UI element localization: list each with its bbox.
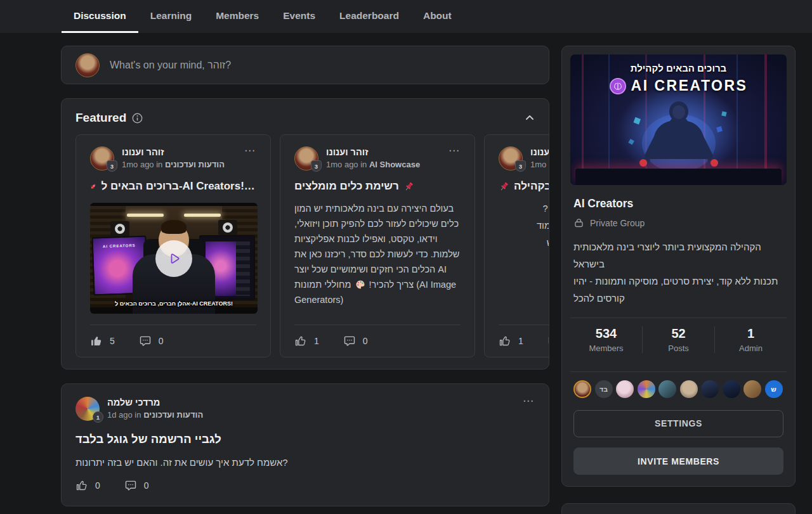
card-title-text: ברוכים הבאים ל-AI Creators! המדריך המלא … [101, 180, 256, 193]
pushpin-icon [499, 181, 509, 192]
level-badge: 3 [311, 160, 322, 172]
member-avatar[interactable] [743, 380, 761, 398]
group-banner[interactable]: ברוכים הבאים לקהילת AI CREATORS [570, 55, 787, 185]
comment-button[interactable]: 0 [124, 479, 149, 492]
member-avatar[interactable] [638, 380, 655, 398]
stat-value: 534 [570, 326, 642, 341]
author-avatar[interactable]: 3 [294, 146, 318, 170]
group-name: AI Creators [573, 197, 783, 210]
monitor-text: AI CREATORS [93, 243, 145, 249]
rocket-icon [90, 181, 96, 192]
lock-icon [573, 217, 584, 228]
like-button[interactable]: 0 [75, 479, 100, 492]
post-composer[interactable]: What's on your mind, זוהר? [61, 46, 549, 84]
author-info: מרדכי שלמה 1d ago in הודעות ועדכונים [107, 397, 203, 420]
invite-members-button[interactable]: INVITE MEMBERS [573, 447, 783, 475]
stat-posts[interactable]: 52 Posts [642, 326, 714, 353]
member-avatar-initials[interactable]: ש [765, 380, 783, 398]
body-text: בעולם היצירה עם בינה מלאכותית יש המון כל… [294, 203, 459, 290]
like-button[interactable]: 5 [90, 335, 115, 347]
comment-icon [547, 335, 549, 347]
featured-title: Featured [75, 111, 126, 125]
member-avatar[interactable] [723, 380, 740, 398]
member-avatar[interactable] [680, 380, 698, 398]
level-badge: 3 [515, 160, 526, 172]
featured-section: Featured 3 זוהר וענונו [61, 98, 549, 369]
more-menu-icon[interactable]: ⋯ [521, 397, 535, 406]
comment-button[interactable]: 0 [547, 335, 549, 347]
author-avatar[interactable]: 1 [75, 397, 100, 421]
stat-members[interactable]: 534 Members [570, 326, 642, 353]
tab-events[interactable]: Events [271, 0, 327, 33]
light-bar [184, 214, 221, 217]
body-line: הצמידו את הקהילהלמעלה ? [499, 200, 549, 217]
member-avatar-initials[interactable]: בד [595, 380, 613, 398]
member-avatar[interactable] [616, 380, 634, 398]
author-name[interactable]: זוהר וענונו [326, 147, 420, 157]
card-title[interactable]: ברוכים הבאים ל-AI Creators! המדריך המלא … [90, 180, 256, 193]
member-avatar[interactable] [658, 380, 676, 398]
page-body: What's on your mind, זוהר? Featured 3 [0, 33, 812, 514]
more-menu-icon[interactable]: ⋯ [447, 146, 461, 155]
author-name[interactable]: מרדכי שלמה [107, 397, 203, 408]
comment-icon [343, 335, 356, 347]
member-avatar[interactable] [573, 380, 591, 398]
comment-button[interactable]: 0 [343, 335, 368, 347]
top-navigation: Discussion Learning Members Events Leade… [0, 0, 812, 33]
post-age: 1mo ago in [530, 160, 549, 169]
post-meta: 1mo ago in הודעות ועדכונים [530, 160, 549, 169]
post-age: 1mo ago in [326, 160, 367, 169]
featured-card-tools[interactable]: 3 זוהר וענונו 1mo ago in AI Showcase ⋯ ר… [280, 134, 475, 357]
post-meta: 1d ago in הודעות ועדכונים [107, 410, 203, 420]
card-title[interactable]: איך להשתמש בקהילה [499, 180, 549, 193]
author-avatar[interactable]: 3 [90, 146, 114, 170]
more-menu-icon[interactable]: ⋯ [243, 146, 256, 155]
current-user-avatar [75, 53, 100, 77]
featured-cards-row: 3 זוהר וענונו 1mo ago in הודעות ועדכונים… [75, 134, 549, 357]
feed-post[interactable]: 1 מרדכי שלמה 1d ago in הודעות ועדכונים ⋯… [61, 383, 549, 506]
post-category[interactable]: AI Showcase [369, 160, 420, 169]
like-button[interactable]: 1 [294, 335, 319, 347]
tab-leaderboard[interactable]: Leaderboard [327, 0, 411, 33]
member-avatar[interactable] [701, 380, 719, 398]
body-line: כדי לצפות בקורסים היכנס ל עמוד [499, 217, 549, 235]
comment-count: 0 [144, 480, 149, 491]
featured-card-guide[interactable]: 3 זוהר וענונו 1mo ago in הודעות ועדכונים… [484, 134, 549, 357]
author-info: זוהר וענונו 1mo ago in הודעות ועדכונים [122, 146, 225, 169]
play-button[interactable] [155, 240, 192, 277]
author-name[interactable]: זוהר וענונו [122, 147, 225, 157]
thumbs-up-icon [294, 335, 307, 347]
card-title[interactable]: רשימת כלים מומלצים [294, 180, 461, 193]
tab-members[interactable]: Members [204, 0, 271, 33]
post-category[interactable]: הודעות ועדכונים [165, 160, 225, 169]
tab-about[interactable]: About [411, 0, 464, 33]
tab-learning[interactable]: Learning [138, 0, 204, 33]
video-thumbnail[interactable]: AI CREATORS אהלן חברים, ברוכים הבאים ל-A… [90, 203, 258, 314]
comment-button[interactable]: 0 [139, 335, 164, 347]
post-actions: 0 0 [75, 469, 535, 497]
body-line: אפשר לנווט דרך התפריט [499, 303, 549, 320]
post-title[interactable]: לגביי הרשמה של גוגל בלבד [75, 432, 535, 446]
banner-brand-text: AI CREATORS [631, 77, 748, 94]
card-header: 3 זוהר וענונו 1mo ago in הודעות ועדכונים… [90, 146, 256, 170]
post-category[interactable]: הודעות ועדכונים [143, 410, 203, 420]
banner-figure [615, 99, 742, 179]
settings-button[interactable]: SETTINGS [573, 410, 783, 437]
card-title-text: איך להשתמש בקהילה [514, 180, 549, 193]
author-name[interactable]: זוהר וענונו [530, 147, 549, 157]
tab-discussion[interactable]: Discussion [62, 0, 138, 33]
card-header: 3 זוהר וענונו 1mo ago in AI Showcase ⋯ [294, 146, 461, 170]
level-badge: 3 [107, 160, 117, 172]
level-badge: 1 [93, 411, 103, 423]
like-count: 0 [95, 480, 100, 491]
featured-header: Featured [62, 99, 549, 134]
like-count: 5 [110, 336, 115, 346]
featured-card-welcome[interactable]: 3 זוהר וענונו 1mo ago in הודעות ועדכונים… [75, 134, 271, 357]
info-icon[interactable] [132, 113, 143, 124]
privacy-label: Private Group [590, 218, 645, 228]
card-header: 3 זוהר וענונו 1mo ago in הודעות ועדכונים [499, 146, 549, 170]
author-avatar[interactable]: 3 [499, 146, 523, 170]
like-button[interactable]: 1 [499, 335, 523, 347]
chevron-up-icon[interactable] [525, 113, 535, 123]
stat-admins[interactable]: 1 Admin [714, 326, 787, 353]
